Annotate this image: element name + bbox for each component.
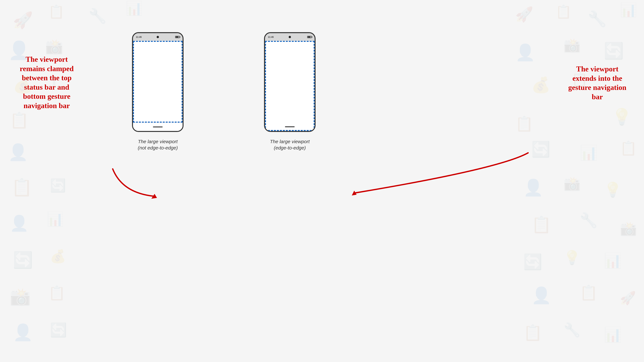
bottom-nav-right xyxy=(265,123,314,131)
phone-body-edge xyxy=(265,41,314,131)
nav-handle-left xyxy=(153,126,162,127)
annotation-right-text: The viewport extends into the gesture na… xyxy=(567,64,628,101)
status-bar-left: 11:45 xyxy=(133,33,182,41)
caption-edge-line2: (edge-to-edge) xyxy=(274,145,306,150)
status-time-right: 11:45 xyxy=(268,36,274,38)
caption-not-edge-line1: The large viewport xyxy=(138,139,178,144)
phone-edge-container: 11:45 The large viewport (edge-to-edge) xyxy=(264,32,316,151)
main-content: The viewport remains clamped between the… xyxy=(0,0,644,362)
battery-right xyxy=(307,36,312,38)
annotation-left-text: The viewport remains clamped between the… xyxy=(16,55,77,110)
battery-left xyxy=(175,36,180,38)
status-time-left: 11:45 xyxy=(136,36,142,38)
caption-edge: The large viewport (edge-to-edge) xyxy=(270,138,310,151)
camera-dot-right xyxy=(289,36,291,38)
phone-not-edge-container: 11:45 The large viewport (not edge-to-ed… xyxy=(132,32,184,151)
viewport-border-edge xyxy=(265,41,314,131)
battery-fill-left xyxy=(176,36,178,38)
camera-dot-left xyxy=(157,36,159,38)
status-bar-right: 11:45 xyxy=(265,33,314,41)
viewport-border-not-edge xyxy=(133,41,182,123)
annotation-left: The viewport remains clamped between the… xyxy=(16,55,77,110)
phone-edge: 11:45 xyxy=(264,32,316,132)
caption-not-edge: The large viewport (not edge-to-edge) xyxy=(138,138,178,151)
nav-handle-right xyxy=(285,126,295,127)
caption-edge-line1: The large viewport xyxy=(270,139,310,144)
annotation-right: The viewport extends into the gesture na… xyxy=(567,64,628,101)
battery-fill-right xyxy=(308,36,310,38)
phone-body-not-edge xyxy=(133,41,182,131)
phone-not-edge: 11:45 xyxy=(132,32,184,132)
caption-not-edge-line2: (not edge-to-edge) xyxy=(138,145,178,150)
bottom-nav-left xyxy=(133,123,182,131)
